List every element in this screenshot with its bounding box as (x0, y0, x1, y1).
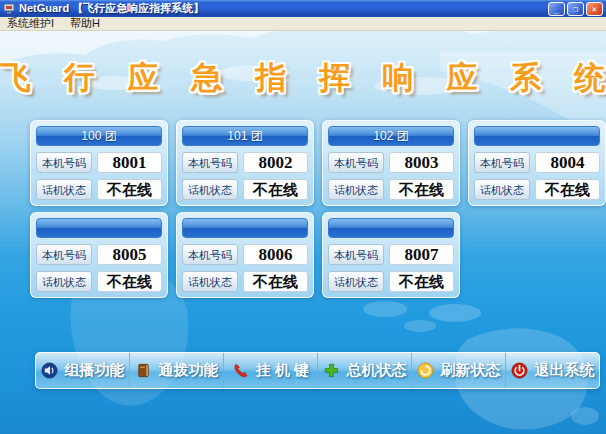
unit-card: 102 团 本机号码 8003 话机状态 不在线 (322, 120, 460, 206)
status-label: 话机状态 (328, 271, 384, 292)
page-title: 飞 行 应 急 指 挥 响 应 系 统 (0, 57, 606, 99)
titlebar: NetGuard 【飞行应急响应指挥系统】 _ ❐ ✕ (0, 0, 606, 17)
close-button[interactable]: ✕ (586, 2, 603, 16)
unit-card: 本机号码 8007 话机状态 不在线 (322, 212, 460, 298)
status-label: 话机状态 (474, 179, 530, 200)
hang-up-button[interactable]: 挂 机 键 (224, 353, 318, 388)
hang-up-button-label: 挂 机 键 (256, 361, 309, 380)
phone-number-value: 8005 (97, 244, 162, 265)
refresh-status-button[interactable]: 刷新状态 (412, 353, 506, 388)
main-content: 飞 行 应 急 指 挥 响 应 系 统 100 团 本机号码 8001 话机状态… (0, 31, 606, 434)
number-label: 本机号码 (182, 244, 238, 265)
window-title: NetGuard 【飞行应急响应指挥系统】 (19, 0, 544, 17)
phone-number-value: 8001 (97, 152, 162, 173)
plus-icon (323, 362, 340, 379)
group-button[interactable]: 102 团 (328, 126, 454, 146)
handset-icon (232, 362, 249, 379)
number-label: 本机号码 (182, 152, 238, 173)
phone-status-value: 不在线 (97, 179, 162, 200)
unit-card: 本机号码 8004 话机状态 不在线 (468, 120, 606, 206)
phone-status-value: 不在线 (97, 271, 162, 292)
phone-status-value: 不在线 (243, 179, 308, 200)
group-button[interactable] (328, 218, 454, 238)
group-button[interactable]: 100 团 (36, 126, 162, 146)
refresh-status-button-label: 刷新状态 (441, 361, 501, 380)
menu-system-maintenance[interactable]: 系统维护I (7, 16, 54, 31)
phone-number-value: 8004 (535, 152, 600, 173)
phone-number-value: 8002 (243, 152, 308, 173)
exit-system-button[interactable]: 退出系统 (506, 353, 599, 388)
group-button[interactable] (474, 126, 600, 146)
status-label: 话机状态 (36, 179, 92, 200)
switchboard-status-button-label: 总机状态 (347, 361, 407, 380)
number-label: 本机号码 (36, 152, 92, 173)
menu-help[interactable]: 帮助H (70, 16, 100, 31)
phonebook-icon (135, 362, 152, 379)
phone-number-value: 8003 (389, 152, 454, 173)
multicast-button-label: 组播功能 (65, 361, 125, 380)
multicast-button[interactable]: 组播功能 (36, 353, 130, 388)
status-label: 话机状态 (182, 271, 238, 292)
restore-button[interactable]: ❐ (567, 2, 584, 16)
minimize-button[interactable]: _ (548, 2, 565, 16)
phone-number-value: 8007 (389, 244, 454, 265)
netguard-app-icon (3, 3, 15, 15)
status-label: 话机状态 (328, 179, 384, 200)
number-label: 本机号码 (36, 244, 92, 265)
number-label: 本机号码 (328, 152, 384, 173)
dial-all-button-label: 通拨功能 (159, 361, 219, 380)
app-window: NetGuard 【飞行应急响应指挥系统】 _ ❐ ✕ 系统维护I 帮助H (0, 0, 606, 434)
cards-row-2: 本机号码 8005 话机状态 不在线 本机号码 8006 话机状态 不在线 (30, 212, 460, 298)
unit-card: 本机号码 8005 话机状态 不在线 (30, 212, 168, 298)
group-button[interactable]: 101 团 (182, 126, 308, 146)
unit-card: 100 团 本机号码 8001 话机状态 不在线 (30, 120, 168, 206)
phone-status-value: 不在线 (243, 271, 308, 292)
phone-number-value: 8006 (243, 244, 308, 265)
power-icon (511, 362, 528, 379)
unit-card: 101 团 本机号码 8002 话机状态 不在线 (176, 120, 314, 206)
bottom-toolbar: 组播功能 通拨功能 挂 机 键 总机状态 (35, 352, 600, 389)
switchboard-status-button[interactable]: 总机状态 (318, 353, 412, 388)
dial-all-button[interactable]: 通拨功能 (130, 353, 224, 388)
speaker-icon (41, 362, 58, 379)
window-controls: _ ❐ ✕ (548, 2, 603, 16)
menu-bar: 系统维护I 帮助H (0, 17, 606, 31)
number-label: 本机号码 (474, 152, 530, 173)
group-button[interactable] (36, 218, 162, 238)
status-label: 话机状态 (36, 271, 92, 292)
unit-card: 本机号码 8006 话机状态 不在线 (176, 212, 314, 298)
phone-status-value: 不在线 (389, 179, 454, 200)
phone-status-value: 不在线 (535, 179, 600, 200)
refresh-icon (417, 362, 434, 379)
group-button[interactable] (182, 218, 308, 238)
status-label: 话机状态 (182, 179, 238, 200)
number-label: 本机号码 (328, 244, 384, 265)
phone-status-value: 不在线 (389, 271, 454, 292)
exit-system-button-label: 退出系统 (535, 361, 595, 380)
cards-row-1: 100 团 本机号码 8001 话机状态 不在线 101 团 本机号码 8002… (30, 120, 606, 206)
